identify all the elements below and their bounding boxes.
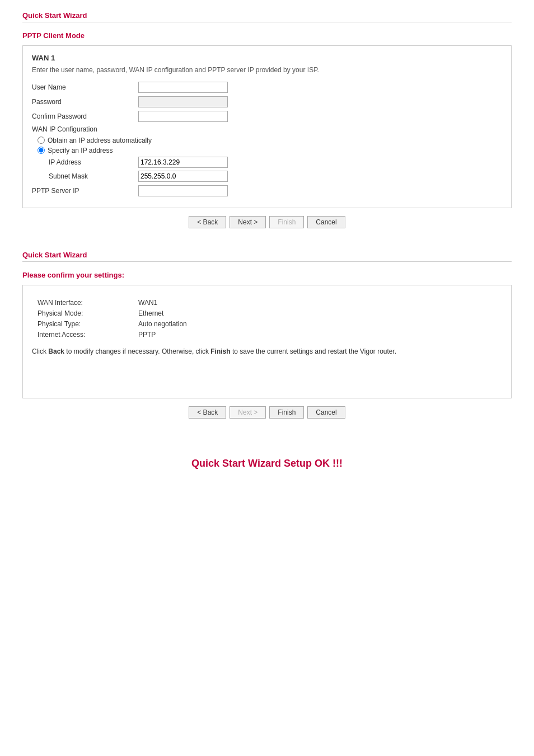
section1-pptp-client: Quick Start Wizard PPTP Client Mode WAN … (22, 11, 512, 228)
section1-next-button[interactable]: Next > (229, 216, 266, 228)
section1-finish-button[interactable]: Finish (269, 216, 304, 228)
confirm-value-internet-access: PPTP (138, 331, 156, 339)
confirm-row-physical-mode: Physical Mode: Ethernet (38, 309, 502, 317)
radio-obtain-auto-row[interactable]: Obtain an IP address automatically (38, 137, 502, 144)
ip-address-row: IP Address (49, 157, 502, 168)
confirm-row-internet-access: Internet Access: PPTP (38, 331, 502, 339)
panel-description: Enter the user name, password, WAN IP co… (32, 65, 502, 75)
wan-ip-config-label: WAN IP Configuration (32, 125, 502, 133)
section2-finish-button[interactable]: Finish (269, 406, 304, 419)
subnet-mask-input[interactable] (138, 171, 228, 182)
confirm-value-physical-type: Auto negotiation (138, 320, 187, 328)
confirm-password-row: Confirm Password (32, 111, 502, 122)
confirm-table: WAN Interface: WAN1 Physical Mode: Ether… (38, 299, 502, 339)
pptp-panel: WAN 1 Enter the user name, password, WAN… (22, 45, 512, 208)
section1-cancel-button[interactable]: Cancel (307, 216, 345, 228)
confirm-key-physical-mode: Physical Mode: (38, 309, 138, 317)
section1-divider (22, 22, 512, 22)
user-name-row: User Name (32, 82, 502, 93)
pptp-server-label: PPTP Server IP (32, 187, 138, 195)
section1-button-row: < Back Next > Finish Cancel (22, 216, 512, 228)
confirm-value-physical-mode: Ethernet (138, 309, 163, 317)
pptp-mode-label: PPTP Client Mode (22, 31, 512, 40)
setup-ok-message: Quick Start Wizard Setup OK !!! (22, 441, 512, 486)
ip-address-label: IP Address (49, 158, 138, 166)
wan1-header: WAN 1 (32, 54, 502, 62)
confirm-label: Please confirm your settings: (22, 271, 512, 279)
section2-confirm: Quick Start Wizard Please confirm your s… (22, 251, 512, 419)
section2-title: Quick Start Wizard (22, 251, 512, 259)
radio-obtain-auto[interactable] (38, 137, 45, 144)
subnet-mask-label: Subnet Mask (49, 172, 138, 180)
section2-next-button[interactable]: Next > (229, 406, 266, 419)
confirm-row-physical-type: Physical Type: Auto negotiation (38, 320, 502, 328)
radio-specify-row[interactable]: Specify an IP address (38, 147, 502, 154)
pptp-server-input[interactable] (138, 185, 228, 196)
radio-specify-label: Specify an IP address (48, 147, 113, 154)
section2-divider (22, 261, 512, 262)
confirm-key-physical-type: Physical Type: (38, 320, 138, 328)
user-name-input[interactable] (138, 82, 228, 93)
section2-cancel-button[interactable]: Cancel (307, 406, 345, 419)
confirm-key-internet-access: Internet Access: (38, 331, 138, 339)
radio-specify-ip[interactable] (38, 147, 45, 154)
password-row: Password (32, 96, 502, 107)
subnet-mask-row: Subnet Mask (49, 171, 502, 182)
confirm-panel: WAN Interface: WAN1 Physical Mode: Ether… (22, 285, 512, 398)
section2-back-button[interactable]: < Back (189, 406, 226, 419)
confirm-password-label: Confirm Password (32, 112, 138, 120)
radio-obtain-auto-label: Obtain an IP address automatically (48, 137, 152, 144)
confirm-password-input[interactable] (138, 111, 228, 122)
ip-address-input[interactable] (138, 157, 228, 168)
section1-back-button[interactable]: < Back (189, 216, 226, 228)
confirm-value-wan-interface: WAN1 (138, 299, 157, 307)
pptp-server-row: PPTP Server IP (32, 185, 502, 196)
confirm-note: Click Back to modify changes if necessar… (32, 346, 502, 356)
password-input[interactable] (138, 96, 228, 107)
user-name-label: User Name (32, 83, 138, 91)
password-label: Password (32, 98, 138, 106)
section1-title: Quick Start Wizard (22, 11, 512, 20)
confirm-key-wan-interface: WAN Interface: (38, 299, 138, 307)
section2-button-row: < Back Next > Finish Cancel (22, 406, 512, 419)
confirm-row-wan-interface: WAN Interface: WAN1 (38, 299, 502, 307)
